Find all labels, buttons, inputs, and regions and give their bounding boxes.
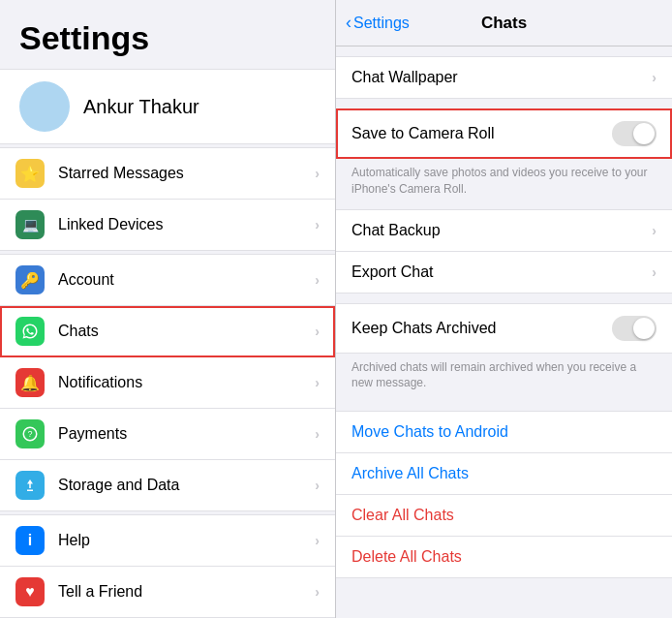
archive-all-item[interactable]: Archive All Chats <box>336 453 672 495</box>
chat-wallpaper-item[interactable]: Chat Wallpaper › <box>336 57 672 98</box>
toggle-knob <box>633 123 655 144</box>
camera-roll-toggle[interactable] <box>612 121 657 146</box>
keep-archived-toggle[interactable] <box>612 316 657 341</box>
right-panel: ‹ Settings Chats Chat Wallpaper › Save t… <box>336 0 672 618</box>
chevron-icon: › <box>652 264 657 280</box>
sidebar-item-storage[interactable]: Storage and Data › <box>0 460 335 510</box>
chevron-icon: › <box>315 324 320 339</box>
clear-all-item[interactable]: Clear All Chats <box>336 495 672 537</box>
profile-section[interactable]: Ankur Thakur <box>0 69 335 144</box>
settings-title: Settings <box>0 0 335 69</box>
sidebar-item-notifications[interactable]: 🔔 Notifications › <box>0 357 335 409</box>
menu-label: Storage and Data <box>58 477 315 494</box>
move-android-label: Move Chats to Android <box>351 423 508 441</box>
camera-roll-subtext: Automatically save photos and videos you… <box>336 159 672 207</box>
archive-all-label: Archive All Chats <box>351 465 469 482</box>
export-label: Export Chat <box>351 263 652 281</box>
laptop-icon: 💻 <box>15 210 45 239</box>
whatsapp-icon <box>15 317 45 346</box>
chat-backup-item[interactable]: Chat Backup › <box>336 210 672 252</box>
key-icon: 🔑 <box>15 265 45 294</box>
delete-all-item[interactable]: Delete All Chats <box>336 537 672 577</box>
star-icon: ⭐ <box>15 159 45 188</box>
backup-label: Chat Backup <box>351 222 652 239</box>
menu-label: Payments <box>58 425 315 443</box>
menu-section-2: 🔑 Account › Chats › 🔔 Notifications › ? … <box>0 254 335 511</box>
nav-bar: ‹ Settings Chats <box>336 0 672 46</box>
sidebar-item-linked[interactable]: 💻 Linked Devices › <box>0 200 335 250</box>
menu-label: Account <box>58 271 315 289</box>
sidebar-item-account[interactable]: 🔑 Account › <box>0 255 335 306</box>
sidebar-item-tell-friend[interactable]: ♥ Tell a Friend › <box>0 567 335 617</box>
page-title: Chats <box>481 14 527 33</box>
sidebar-item-chats[interactable]: Chats › <box>0 306 335 357</box>
storage-icon <box>15 471 45 500</box>
wallpaper-label: Chat Wallpaper <box>351 69 652 86</box>
chevron-icon: › <box>315 478 320 493</box>
back-button[interactable]: ‹ Settings <box>346 13 410 33</box>
menu-section-1: ⭐ Starred Messages › 💻 Linked Devices › <box>0 147 335 251</box>
export-chat-item[interactable]: Export Chat › <box>336 252 672 293</box>
chevron-icon: › <box>315 533 320 548</box>
clear-all-label: Clear All Chats <box>351 507 454 524</box>
back-label: Settings <box>353 15 410 32</box>
toggle-knob <box>633 318 655 339</box>
svg-text:?: ? <box>27 429 32 439</box>
archived-section: Keep Chats Archived <box>336 303 672 354</box>
camera-roll-label: Save to Camera Roll <box>351 125 612 142</box>
actions-section: Move Chats to Android Archive All Chats … <box>336 411 672 578</box>
sidebar-item-help[interactable]: i Help › <box>0 515 335 567</box>
bell-icon: 🔔 <box>15 368 45 397</box>
archived-subtext: Archived chats will remain archived when… <box>336 354 672 402</box>
help-icon: i <box>15 526 45 555</box>
menu-label: Tell a Friend <box>58 583 315 601</box>
camera-roll-section: Save to Camera Roll <box>336 108 672 159</box>
camera-roll-item[interactable]: Save to Camera Roll <box>336 109 672 158</box>
menu-label: Chats <box>58 323 315 340</box>
chevron-icon: › <box>315 272 320 288</box>
avatar <box>19 81 70 132</box>
keep-archived-label: Keep Chats Archived <box>351 320 612 337</box>
delete-all-label: Delete All Chats <box>351 548 462 566</box>
menu-label: Linked Devices <box>58 216 315 233</box>
move-android-item[interactable]: Move Chats to Android <box>336 412 672 453</box>
menu-label: Starred Messages <box>58 165 315 182</box>
chevron-icon: › <box>315 375 320 390</box>
menu-label: Help <box>58 532 315 549</box>
chevron-icon: › <box>315 166 320 181</box>
sidebar-item-payments[interactable]: ? Payments › <box>0 409 335 460</box>
left-panel: Settings Ankur Thakur ⭐ Starred Messages… <box>0 0 336 618</box>
right-section-wallpaper: Chat Wallpaper › <box>336 56 672 99</box>
menu-label: Notifications <box>58 374 315 391</box>
chevron-icon: › <box>315 217 320 232</box>
chevron-icon: › <box>652 70 657 85</box>
right-section-backup-export: Chat Backup › Export Chat › <box>336 209 672 294</box>
chevron-icon: › <box>315 426 320 442</box>
back-chevron-icon: ‹ <box>346 13 351 33</box>
chevron-icon: › <box>315 584 320 600</box>
menu-section-3: i Help › ♥ Tell a Friend › <box>0 514 335 618</box>
payments-icon: ? <box>15 419 45 448</box>
profile-name: Ankur Thakur <box>83 96 199 118</box>
sidebar-item-starred[interactable]: ⭐ Starred Messages › <box>0 148 335 200</box>
heart-icon: ♥ <box>15 577 45 606</box>
keep-archived-item[interactable]: Keep Chats Archived <box>336 304 672 353</box>
chevron-icon: › <box>652 223 657 238</box>
